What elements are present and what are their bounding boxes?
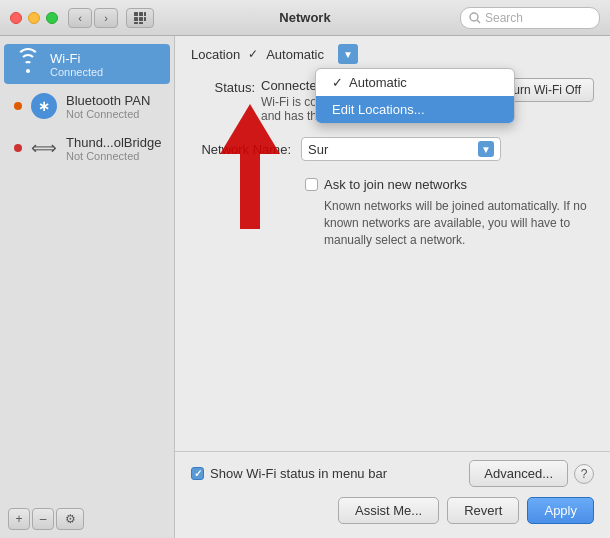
sidebar: Wi-Fi Connected ∗ Bluetooth PAN Not Conn…	[0, 36, 175, 538]
location-value: Automatic	[266, 47, 324, 62]
wifi-arc-small	[24, 61, 32, 69]
bluetooth-icon-wrap: ∗	[30, 92, 58, 120]
status-field-label: Status:	[191, 80, 261, 95]
minimize-button[interactable]	[28, 12, 40, 24]
location-dropdown-menu: ✓ Automatic Edit Locations...	[315, 68, 515, 124]
thunderbolt-item-info: Thund...olBridge Not Connected	[66, 135, 160, 162]
thunderbolt-status: Not Connected	[66, 150, 160, 162]
show-wifi-checkbox[interactable]	[191, 467, 204, 480]
window-title: Network	[279, 10, 330, 25]
sidebar-controls: + – ⚙	[0, 500, 174, 538]
svg-rect-4	[139, 17, 143, 21]
assist-me-button[interactable]: Assist Me...	[338, 497, 439, 524]
ask-join-row: Ask to join new networks	[305, 177, 594, 192]
thunderbolt-status-dot	[14, 144, 22, 152]
ask-join-checkbox[interactable]	[305, 178, 318, 191]
dropdown-item-automatic[interactable]: ✓ Automatic	[316, 69, 514, 96]
sidebar-item-thunderbolt[interactable]: ⟺ Thund...olBridge Not Connected	[4, 128, 170, 168]
svg-rect-7	[139, 22, 143, 24]
location-dropdown-arrow[interactable]: ▼	[338, 44, 358, 64]
back-button[interactable]: ‹	[68, 8, 92, 28]
location-checkmark: ✓	[248, 47, 258, 61]
location-bar: Location ✓ Automatic ▼ ✓ Automatic Edit …	[175, 36, 610, 72]
show-wifi-row: Show Wi-Fi status in menu bar Advanced..…	[191, 460, 594, 487]
close-button[interactable]	[10, 12, 22, 24]
titlebar: ‹ › Network Search	[0, 0, 610, 36]
forward-button[interactable]: ›	[94, 8, 118, 28]
main-action-buttons: Assist Me... Revert Apply	[191, 497, 594, 530]
add-network-button[interactable]: +	[8, 508, 30, 530]
help-button[interactable]: ?	[574, 464, 594, 484]
dropdown-edit-locations-label: Edit Locations...	[332, 102, 425, 117]
bluetooth-item-info: Bluetooth PAN Not Connected	[66, 93, 160, 120]
network-name-input[interactable]: Sur	[308, 142, 474, 157]
traffic-lights	[10, 12, 58, 24]
thunderbolt-name: Thund...olBridge	[66, 135, 160, 150]
bottom-area: Show Wi-Fi status in menu bar Advanced..…	[175, 451, 610, 538]
dropdown-automatic-label: Automatic	[349, 75, 407, 90]
revert-button[interactable]: Revert	[447, 497, 519, 524]
sidebar-item-bluetooth[interactable]: ∗ Bluetooth PAN Not Connected	[4, 86, 170, 126]
wifi-icon	[14, 53, 42, 75]
svg-rect-0	[134, 12, 138, 16]
bluetooth-status-dot	[14, 102, 22, 110]
network-name-label: Network Name:	[191, 142, 291, 157]
wifi-icon-wrap	[14, 50, 42, 78]
bluetooth-status: Not Connected	[66, 108, 160, 120]
svg-rect-3	[134, 17, 138, 21]
main-content: Wi-Fi Connected ∗ Bluetooth PAN Not Conn…	[0, 36, 610, 538]
location-label: Location	[191, 47, 240, 62]
checkbox-area: Ask to join new networks Known networks …	[175, 169, 610, 252]
wifi-item-info: Wi-Fi Connected	[50, 51, 160, 78]
advanced-button[interactable]: Advanced...	[469, 460, 568, 487]
bluetooth-icon: ∗	[31, 93, 57, 119]
sidebar-item-wifi[interactable]: Wi-Fi Connected	[4, 44, 170, 84]
svg-rect-2	[144, 12, 146, 16]
ask-join-label: Ask to join new networks	[324, 177, 467, 192]
right-panel: Location ✓ Automatic ▼ ✓ Automatic Edit …	[175, 36, 610, 538]
remove-network-button[interactable]: –	[32, 508, 54, 530]
apply-button[interactable]: Apply	[527, 497, 594, 524]
network-name-dropdown-arrow[interactable]: ▼	[478, 141, 494, 157]
search-placeholder: Search	[485, 11, 523, 25]
show-wifi-label: Show Wi-Fi status in menu bar	[210, 466, 387, 481]
grid-button[interactable]	[126, 8, 154, 28]
network-name-row: Network Name: Sur ▼	[175, 129, 610, 169]
bluetooth-name: Bluetooth PAN	[66, 93, 160, 108]
wifi-status: Connected	[50, 66, 160, 78]
thunderbolt-icon-wrap: ⟺	[30, 134, 58, 162]
dropdown-item-edit-locations[interactable]: Edit Locations...	[316, 96, 514, 123]
svg-rect-1	[139, 12, 143, 16]
network-name-field-wrap: Sur ▼	[301, 137, 501, 161]
svg-rect-5	[144, 17, 146, 21]
ask-join-description: Known networks will be joined automatica…	[305, 198, 594, 248]
maximize-button[interactable]	[46, 12, 58, 24]
network-gear-button[interactable]: ⚙	[56, 508, 84, 530]
svg-point-8	[470, 13, 478, 21]
wifi-name: Wi-Fi	[50, 51, 160, 66]
svg-rect-6	[134, 22, 138, 24]
bottom-right-buttons: Advanced... ?	[469, 460, 594, 487]
svg-line-9	[477, 20, 480, 23]
thunderbolt-icon: ⟺	[31, 137, 57, 159]
nav-buttons: ‹ ›	[68, 8, 154, 28]
dropdown-checkmark: ✓	[332, 75, 343, 90]
search-box[interactable]: Search	[460, 7, 600, 29]
